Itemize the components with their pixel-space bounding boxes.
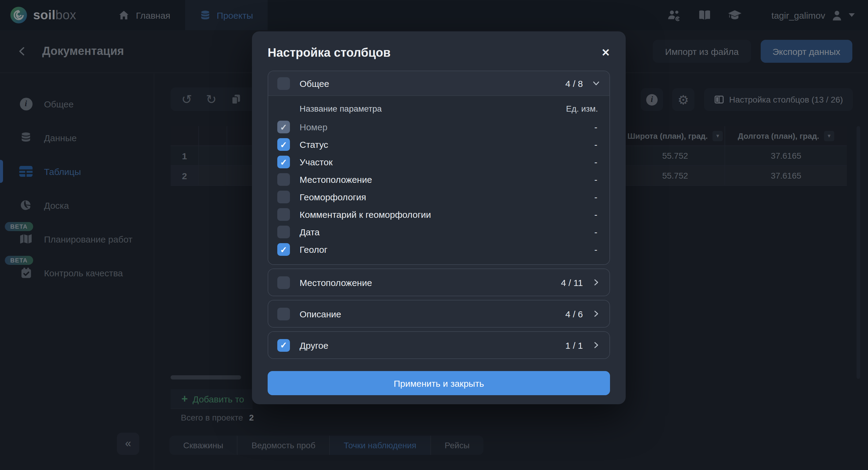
chevron-right-icon[interactable] (592, 341, 600, 349)
checkbox-geomorfologiya[interactable] (277, 190, 290, 203)
param-label: Местоположение (300, 174, 372, 185)
param-row-geolog: Геолог- (268, 241, 610, 258)
section-label: Другое (300, 340, 328, 350)
param-unit: - (594, 209, 600, 219)
param-label: Геолог (300, 244, 327, 255)
app-window: soilbox Главная Проекты (0, 0, 868, 470)
checkbox-kommentariy-k-geomorfologii[interactable] (277, 208, 290, 221)
modal-header: Настройка столбцов ✕ (252, 31, 626, 70)
apply-button[interactable]: Применить и закрыть (268, 371, 610, 395)
param-label: Геоморфология (300, 192, 366, 202)
param-unit: - (594, 227, 600, 237)
checkbox-status[interactable] (277, 138, 290, 151)
chevron-right-icon[interactable] (592, 278, 600, 287)
param-row-mestopolozhenie: Местоположение- (268, 171, 610, 188)
param-row-data: Дата- (268, 223, 610, 241)
param-row-status: Статус- (268, 136, 610, 153)
section-drugoe[interactable]: Другое1 / 1 (268, 332, 610, 358)
section-count: 4 / 8 (565, 78, 583, 88)
checkbox-data[interactable] (277, 226, 290, 238)
param-label: Статус (300, 139, 328, 150)
section-checkbox-mestopolozhenie[interactable] (277, 276, 290, 289)
screen: soilbox Главная Проекты (0, 0, 868, 470)
close-icon[interactable]: ✕ (601, 48, 610, 58)
param-unit: - (594, 244, 600, 255)
modal-body: Общее 4 / 8 Название параметра Ед. изм. … (252, 70, 626, 395)
param-row-geomorfologiya: Геоморфология- (268, 188, 610, 206)
section-label: Местоположение (300, 277, 372, 288)
section-card-opisanie: Описание4 / 6 (268, 300, 610, 328)
param-label: Комментарий к геоморфологии (300, 209, 431, 219)
section-obshchee[interactable]: Общее 4 / 8 (268, 71, 610, 95)
param-label: Участок (300, 157, 333, 167)
section-count: 1 / 1 (565, 340, 583, 350)
param-unit: - (594, 192, 600, 202)
section-label: Описание (300, 309, 341, 319)
param-unit: - (594, 122, 600, 132)
chevron-down-icon[interactable] (592, 79, 600, 87)
param-unit: - (594, 174, 600, 185)
section-count: 4 / 6 (565, 309, 583, 319)
section-card-obshchee: Общее 4 / 8 Название параметра Ед. изм. … (268, 70, 610, 265)
param-row-kommentariy-k-geomorfologii: Комментарий к геоморфологии- (268, 206, 610, 223)
param-unit: - (594, 139, 600, 150)
checkbox-nomer[interactable] (277, 121, 290, 133)
section-count: 4 / 11 (561, 277, 583, 288)
column-settings-modal: Настройка столбцов ✕ Общее 4 / 8 Названи… (252, 31, 626, 404)
section-card-drugoe: Другое1 / 1 (268, 331, 610, 359)
section-checkbox-drugoe[interactable] (277, 339, 290, 351)
checkbox-uchastok[interactable] (277, 156, 290, 168)
param-row-nomer: Номер- (268, 118, 610, 136)
section-card-mestopolozhenie: Местоположение4 / 11 (268, 268, 610, 296)
section-params: Название параметра Ед. изм. Номер-Статус… (268, 95, 610, 264)
section-mestopolozhenie[interactable]: Местоположение4 / 11 (268, 269, 610, 296)
checkbox-geolog[interactable] (277, 243, 290, 256)
param-row-uchastok: Участок- (268, 153, 610, 171)
section-checkbox[interactable] (277, 77, 290, 90)
checkbox-mestopolozhenie[interactable] (277, 173, 290, 186)
param-label: Дата (300, 227, 319, 237)
params-header: Название параметра Ед. изм. (268, 96, 610, 118)
param-unit: - (594, 157, 600, 167)
param-label: Номер (300, 122, 327, 132)
modal-title: Настройка столбцов (268, 46, 391, 60)
section-checkbox-opisanie[interactable] (277, 307, 290, 320)
chevron-right-icon[interactable] (592, 310, 600, 318)
section-opisanie[interactable]: Описание4 / 6 (268, 300, 610, 327)
